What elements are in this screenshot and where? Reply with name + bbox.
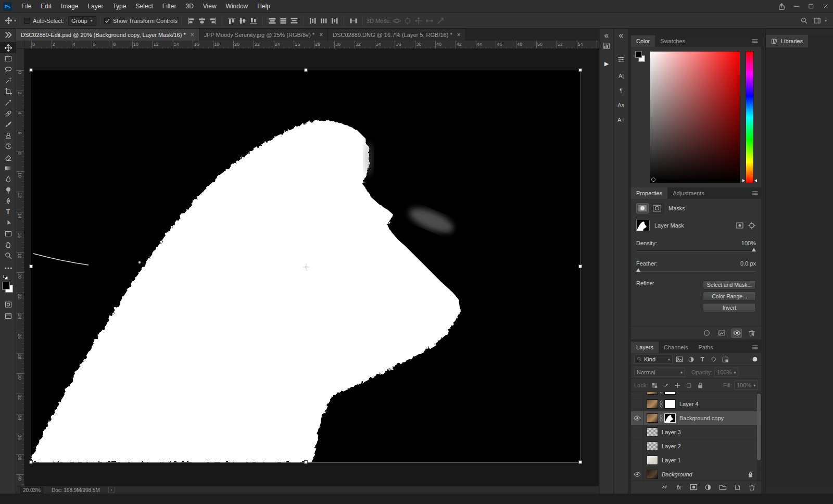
panel-menu-icon[interactable] — [749, 187, 761, 199]
fill-field[interactable]: 100%▾ — [734, 381, 758, 390]
rectangular-marquee-tool[interactable] — [0, 53, 16, 64]
maximize-button[interactable] — [804, 0, 818, 12]
color-field[interactable] — [650, 51, 740, 183]
filter-smart-objects-icon[interactable] — [721, 355, 730, 364]
screen-mode-icon[interactable] — [0, 310, 16, 321]
spot-healing-brush-tool[interactable] — [0, 108, 16, 119]
document-tab-2[interactable]: DSC02889.DNG @ 16.7% (Layer 5, RGB/16) *… — [328, 29, 465, 41]
layer-row-layer-4[interactable]: Layer 4 — [631, 397, 761, 411]
layer-thumbnail[interactable] — [647, 456, 658, 465]
visibility-toggle[interactable] — [631, 411, 643, 425]
filter-adjustment-layers-icon[interactable] — [686, 355, 696, 364]
blur-tool[interactable] — [0, 173, 16, 184]
transform-handle-ml[interactable] — [29, 264, 33, 268]
tab-paths[interactable]: Paths — [693, 342, 718, 353]
visibility-toggle[interactable] — [631, 453, 643, 467]
layer-thumbnail[interactable] — [647, 392, 658, 395]
character-panel-icon[interactable]: A| — [614, 70, 628, 82]
character-styles-panel-icon[interactable]: A+ — [614, 114, 628, 125]
glyphs-panel-icon[interactable]: Aa — [614, 99, 628, 111]
density-value[interactable]: 100% — [741, 240, 756, 246]
vertical-ruler[interactable]: 0246810121416182022242628303234363840 — [16, 49, 24, 486]
crop-tool[interactable] — [0, 86, 16, 97]
hand-tool[interactable] — [0, 239, 16, 250]
eyedropper-tool[interactable] — [0, 97, 16, 108]
lasso-tool[interactable] — [0, 64, 16, 75]
align-bottom-edges-icon[interactable] — [248, 16, 259, 26]
distribute-vertical-centers-icon[interactable] — [277, 16, 288, 26]
path-selection-tool[interactable] — [0, 217, 16, 228]
tab-color[interactable]: Color — [631, 35, 655, 47]
tab-close-icon[interactable]: × — [319, 31, 323, 39]
delete-mask-icon[interactable] — [747, 329, 757, 338]
color-field-marker[interactable] — [651, 178, 655, 182]
horizontal-ruler[interactable]: 0246810121416182022242628303234363840424… — [24, 41, 599, 49]
workspace-switcher-icon[interactable] — [812, 16, 823, 26]
lock-transparency-icon[interactable] — [650, 381, 659, 390]
layer-row-background-copy[interactable]: Background copy — [631, 411, 761, 425]
menu-image[interactable]: Image — [56, 0, 83, 12]
collapse-toolbar-icon[interactable] — [0, 31, 16, 39]
distribute-bottom-edges-icon[interactable] — [288, 16, 299, 26]
share-icon[interactable] — [774, 0, 789, 12]
layer-thumbnail[interactable] — [647, 399, 658, 409]
align-top-edges-icon[interactable] — [226, 16, 237, 26]
auto-select-dropdown[interactable]: Group ▾ — [68, 16, 96, 26]
align-left-edges-icon[interactable] — [185, 16, 196, 26]
search-icon[interactable] — [799, 16, 810, 26]
layer-style-icon[interactable]: fx — [674, 483, 684, 492]
distribute-right-edges-icon[interactable] — [329, 16, 340, 26]
load-selection-from-mask-icon[interactable] — [701, 329, 712, 338]
layers-scrollbar[interactable] — [757, 392, 761, 482]
gradient-tool[interactable] — [0, 162, 16, 173]
lock-artboard-icon[interactable] — [684, 381, 693, 390]
lock-all-icon[interactable] — [696, 381, 705, 390]
pixel-mask-icon[interactable] — [636, 203, 649, 213]
toggle-mask-visibility-icon[interactable] — [731, 329, 742, 338]
menu-file[interactable]: File — [17, 0, 36, 12]
layer-mask-thumbnail[interactable] — [664, 399, 676, 409]
foreground-color-swatch[interactable] — [2, 282, 10, 289]
opacity-field[interactable]: 100%▾ — [714, 368, 738, 377]
mask-thumbnail[interactable] — [636, 220, 650, 231]
tool-preset-chevron-icon[interactable]: ▾ — [14, 18, 16, 23]
layer-row-clipped[interactable] — [631, 392, 761, 397]
dodge-tool[interactable] — [0, 184, 16, 195]
distribute-top-edges-icon[interactable] — [267, 16, 277, 26]
layer-mask-thumbnail[interactable] — [664, 392, 676, 395]
zoom-tool[interactable] — [0, 250, 16, 261]
layer-filter-kind-dropdown[interactable]: Kind ▾ — [634, 355, 673, 364]
pasteboard[interactable] — [24, 49, 599, 486]
mask-target-icon[interactable] — [748, 221, 756, 230]
layer-row-layer-1[interactable]: Layer 1 — [631, 453, 761, 468]
ruler-origin[interactable] — [16, 41, 24, 49]
feather-slider-knob[interactable] — [636, 268, 640, 272]
distribute-horizontal-centers-icon[interactable] — [318, 16, 329, 26]
visibility-toggle[interactable] — [631, 392, 643, 397]
transform-handle-bc[interactable] — [304, 460, 308, 464]
mask-link-icon[interactable] — [658, 414, 664, 422]
foreground-color-swatch[interactable] — [635, 51, 642, 58]
menu-filter[interactable]: Filter — [158, 0, 181, 12]
apply-mask-icon[interactable] — [716, 329, 727, 338]
distribute-spacing-icon[interactable] — [348, 16, 359, 26]
filter-type-layers-icon[interactable]: T — [698, 355, 707, 364]
tab-properties[interactable]: Properties — [631, 187, 667, 199]
play-icon[interactable]: ▶ — [600, 58, 613, 69]
rectangle-tool[interactable] — [0, 228, 16, 239]
visibility-toggle[interactable] — [631, 439, 643, 453]
history-brush-tool[interactable] — [0, 141, 16, 152]
refine-button-color-range[interactable]: Color Range... — [703, 292, 756, 301]
align-right-edges-icon[interactable] — [207, 16, 218, 26]
density-slider[interactable] — [636, 250, 756, 251]
menu-layer[interactable]: Layer — [83, 0, 108, 12]
tab-close-icon[interactable]: × — [457, 31, 461, 39]
visibility-toggle[interactable] — [631, 468, 643, 481]
zoom-level-field[interactable]: 20.03% — [20, 487, 43, 494]
mask-link-icon[interactable] — [658, 400, 664, 408]
transform-handle-tr[interactable] — [578, 68, 582, 72]
layer-thumbnail[interactable] — [647, 470, 658, 479]
minimize-button[interactable] — [789, 0, 804, 12]
new-group-icon[interactable] — [717, 483, 728, 492]
refine-button-select-and-mask[interactable]: Select and Mask... — [703, 280, 756, 289]
